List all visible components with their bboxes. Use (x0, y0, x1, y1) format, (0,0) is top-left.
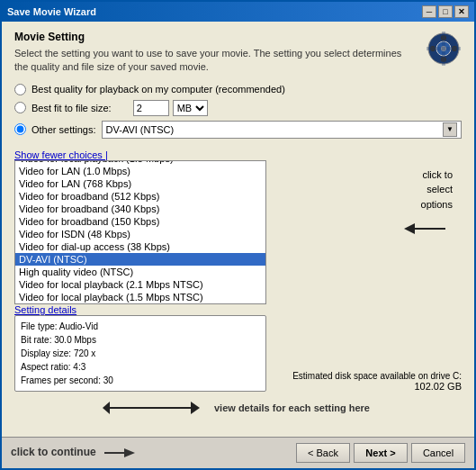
dropdown-section: Show fewer choices | Video for Pocket PC… (14, 149, 462, 304)
settings-dropdown-container: DV-AVI (NTSC) ▼ (102, 121, 462, 139)
film-reel-svg (427, 32, 461, 66)
aspect-ratio-detail: Aspect ratio: 4:3 (21, 360, 260, 374)
continue-arrow-svg (103, 446, 139, 460)
best-quality-radio[interactable] (14, 84, 26, 95)
file-size-unit-select[interactable]: MB GB (173, 100, 208, 116)
dropdown-item[interactable]: High quality video (NTSC) (15, 266, 265, 278)
dropdown-item[interactable]: DV-AVI (NTSC) (15, 253, 265, 266)
details-row-outer: Setting details File type: Audio-Vid Bit… (14, 304, 462, 395)
dropdown-item[interactable]: Video for broadband (340 Kbps) (15, 203, 265, 215)
bottom-annotation-row: view details for each setting here (14, 397, 462, 419)
minimize-button[interactable]: ─ (422, 5, 436, 18)
main-window: Save Movie Wizard ─ □ ✕ Movie Setting Se… (0, 0, 476, 470)
dropdown-item[interactable]: Video for local playback (1.5 Mbps NTSC) (15, 291, 265, 303)
dropdown-item[interactable]: Video for LAN (1.0 Mbps) (15, 165, 265, 177)
arrow-svg (400, 215, 454, 242)
movie-icon (426, 31, 462, 67)
cancel-button[interactable]: Cancel (411, 443, 465, 463)
bit-rate-detail: Bit rate: 30.0 Mbps (21, 333, 260, 347)
dropdown-item[interactable]: Video for broadband (150 Kbps) (15, 215, 265, 228)
dropdown-item[interactable]: Video for broadband (512 Kbps) (15, 190, 265, 203)
disk-space-label: Estimated disk space available on drive … (270, 371, 462, 381)
file-size-input[interactable] (133, 100, 169, 116)
best-quality-label: Best quality for playback on my computer… (31, 84, 285, 95)
show-fewer-link[interactable]: Show fewer choices | (14, 149, 108, 160)
view-details-annotation: view details for each setting here (214, 402, 370, 413)
other-settings-label: Other settings: (31, 124, 96, 135)
settings-dropdown-display[interactable]: DV-AVI (NTSC) ▼ (102, 121, 462, 139)
dropdown-item[interactable]: Video for LAN (768 Kbps) (15, 177, 265, 190)
details-box: File type: Audio-Vid Bit rate: 30.0 Mbps… (14, 315, 266, 392)
header-text: Movie Setting Select the setting you wan… (14, 31, 417, 84)
annotation-arrow (275, 215, 462, 244)
dropdown-arrow-button[interactable]: ▼ (443, 122, 457, 137)
best-fit-radio[interactable] (14, 102, 26, 113)
dropdown-item[interactable]: Video for dial-up access (38 Kbps) (15, 240, 265, 253)
file-type-detail: File type: Audio-Vid (21, 320, 260, 333)
footer-buttons: < Back Next > Cancel (296, 443, 465, 463)
other-settings-radio[interactable] (14, 123, 26, 135)
file-size-row: MB GB (133, 100, 208, 116)
frames-detail: Frames per second: 30 (21, 374, 260, 387)
dropdown-item[interactable]: Video for local playback (2.1 Mbps NTSC) (15, 278, 265, 291)
section-title: Movie Setting (14, 31, 417, 43)
dropdown-list[interactable]: Video for Pocket PC (218 Kbps)Video for … (14, 160, 266, 304)
footer-click-to-continue: click to continue (11, 446, 139, 460)
annotation-click-select: click toselectoptions (275, 167, 462, 212)
back-button[interactable]: < Back (296, 443, 350, 463)
svg-rect-8 (427, 47, 461, 50)
click-to-select-annotation: click toselectoptions (266, 149, 462, 304)
section-desc: Select the setting you want to use to sa… (14, 47, 417, 75)
header-row: Movie Setting Select the setting you wan… (14, 31, 462, 84)
maximize-button[interactable]: □ (438, 5, 453, 18)
dropdown-item[interactable]: Video for ISDN (48 Kbps) (15, 228, 265, 240)
footer: click to continue < Back Next > Cancel (2, 437, 474, 468)
details-section: Setting details File type: Audio-Vid Bit… (14, 304, 266, 395)
best-fit-label: Best fit to file size: (31, 103, 112, 113)
other-settings-row: Other settings: DV-AVI (NTSC) ▼ (14, 121, 462, 139)
window-title: Save Movie Wizard (7, 6, 96, 17)
title-bar: Save Movie Wizard ─ □ ✕ (2, 2, 474, 22)
content-area: Movie Setting Select the setting you wan… (2, 22, 474, 437)
next-button[interactable]: Next > (354, 443, 408, 463)
close-button[interactable]: ✕ (454, 5, 469, 18)
best-fit-row: Best fit to file size: MB GB (14, 100, 462, 116)
disk-space-value: 102.02 GB (270, 381, 462, 392)
display-size-detail: Display size: 720 x (21, 347, 260, 360)
title-bar-buttons: ─ □ ✕ (422, 5, 469, 18)
disk-space-section: Estimated disk space available on drive … (266, 371, 462, 395)
click-to-continue-label: click to continue (11, 446, 96, 458)
dropdown-list-section: Show fewer choices | Video for Pocket PC… (14, 149, 266, 304)
bottom-arrow-svg (101, 397, 209, 419)
setting-details-link[interactable]: Setting details (14, 304, 76, 315)
best-quality-row: Best quality for playback on my computer… (14, 84, 462, 95)
radio-group: Best quality for playback on my computer… (14, 84, 462, 142)
dropdown-selected-value: DV-AVI (NTSC) (106, 124, 175, 135)
